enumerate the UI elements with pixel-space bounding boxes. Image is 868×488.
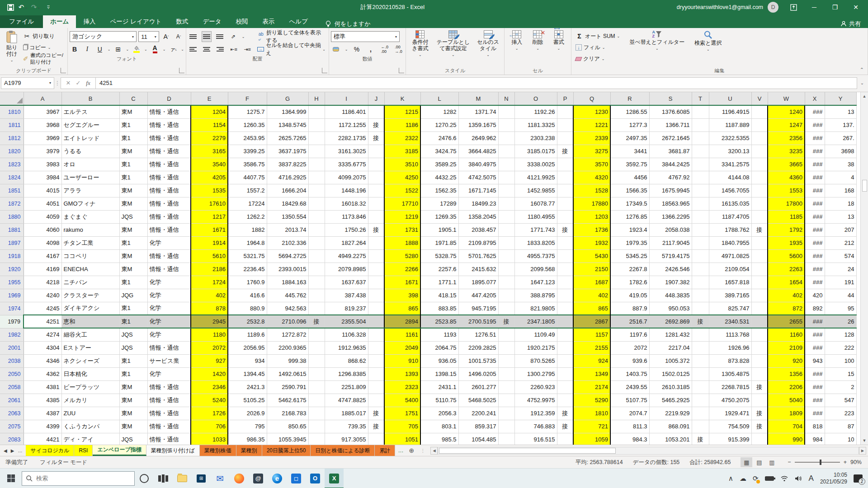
cell[interactable]: 1180: [191, 328, 228, 341]
cell[interactable]: 情報・通信: [147, 420, 191, 433]
increase-font-button[interactable]: Aˆ: [161, 31, 172, 42]
cell[interactable]: 1109.49: [514, 328, 557, 341]
cell[interactable]: ###: [805, 367, 825, 380]
cell[interactable]: 17224: [228, 197, 267, 210]
cell[interactable]: 1059: [573, 433, 610, 445]
row-header-1812[interactable]: 1812: [0, 131, 24, 145]
cell[interactable]: 3235: [768, 145, 805, 158]
cell[interactable]: [692, 380, 709, 394]
cell[interactable]: [557, 210, 573, 223]
sheet-tab-20日騰落上位50[interactable]: 20日騰落上位50: [262, 445, 311, 456]
name-box-splitter[interactable]: ⋮: [54, 80, 61, 86]
cell[interactable]: 5719.4175: [649, 249, 692, 263]
cell[interactable]: 4015: [24, 184, 61, 197]
cell[interactable]: 2013.74: [267, 223, 308, 236]
column-header-T[interactable]: T: [692, 92, 709, 105]
cell[interactable]: 1366.2295: [649, 210, 692, 223]
cell[interactable]: 1281.432: [649, 328, 692, 341]
page-layout-view-button[interactable]: ▤: [753, 457, 765, 467]
cell[interactable]: 1221: [573, 118, 610, 131]
cell[interactable]: 1394.45: [228, 367, 267, 380]
cell[interactable]: 868.091: [649, 420, 692, 433]
cell[interactable]: 情報・通信: [147, 407, 191, 420]
cell[interactable]: 212: [825, 236, 856, 249]
cell[interactable]: [498, 197, 514, 210]
row-header-1979[interactable]: 1979: [0, 315, 24, 328]
cell[interactable]: エルテス: [61, 105, 119, 118]
cell[interactable]: 917.3055: [325, 433, 368, 445]
cell[interactable]: 東1: [119, 276, 147, 289]
cell[interactable]: [498, 223, 514, 236]
cell[interactable]: 化学: [147, 276, 191, 289]
cell[interactable]: 3424.75: [420, 145, 458, 158]
taskbar-clock[interactable]: 10:05 2021/05/29: [820, 472, 847, 485]
cell[interactable]: 17610: [191, 197, 228, 210]
cell[interactable]: [498, 380, 514, 394]
cell[interactable]: 15: [825, 367, 856, 380]
cell[interactable]: 3275: [573, 145, 610, 158]
zoom-slider-thumb[interactable]: [820, 460, 821, 465]
cell[interactable]: 1371.74: [458, 105, 498, 118]
cell[interactable]: [751, 118, 768, 131]
comma-style-button[interactable]: ,: [365, 44, 376, 55]
row-header-1920[interactable]: 1920: [0, 263, 24, 276]
cell[interactable]: 東1: [119, 171, 147, 184]
outlook-button[interactable]: O: [306, 469, 325, 488]
cell[interactable]: ###: [805, 105, 825, 118]
cell[interactable]: [751, 302, 768, 315]
action-center-button[interactable]: 2: [854, 474, 863, 483]
cell[interactable]: 情報・通信: [147, 184, 191, 197]
row-header-2063[interactable]: 2063: [0, 407, 24, 420]
cell[interactable]: JQG: [119, 289, 147, 302]
cell[interactable]: [692, 249, 709, 263]
cell[interactable]: [308, 184, 325, 197]
cell[interactable]: ###: [805, 158, 825, 171]
decrease-decimal-button[interactable]: .00→.0: [393, 44, 404, 55]
cell[interactable]: 87: [825, 420, 856, 433]
cell[interactable]: [308, 302, 325, 315]
cell[interactable]: 3161.3025: [325, 145, 368, 158]
cell[interactable]: ###: [805, 171, 825, 184]
percent-style-button[interactable]: %: [352, 44, 362, 55]
cell[interactable]: 2251.809: [325, 380, 368, 394]
cell[interactable]: 795: [228, 420, 267, 433]
cell[interactable]: 2200.241: [458, 407, 498, 420]
row-header-1820[interactable]: 1820: [0, 145, 24, 158]
cell[interactable]: 168: [825, 184, 856, 197]
cell[interactable]: 4059: [24, 210, 61, 223]
cell[interactable]: [308, 145, 325, 158]
cell[interactable]: [498, 289, 514, 302]
cell[interactable]: 2649.962: [458, 131, 498, 145]
cell[interactable]: ビープラッツ: [61, 380, 119, 394]
cell[interactable]: 1005.372: [649, 354, 692, 367]
cell[interactable]: 398: [384, 289, 420, 302]
row-header-1974[interactable]: 1974: [0, 302, 24, 315]
cell[interactable]: 4205: [191, 171, 228, 184]
cell[interactable]: 2263: [768, 263, 805, 276]
cell[interactable]: 3338.0025: [514, 158, 557, 171]
cell[interactable]: 3664.4825: [458, 145, 498, 158]
cell[interactable]: 1885.017: [325, 407, 368, 420]
cell[interactable]: 1771.743: [514, 223, 557, 236]
edge-button[interactable]: e: [268, 469, 287, 488]
accounting-format-button[interactable]: [331, 44, 341, 55]
cell[interactable]: [498, 394, 514, 407]
cell[interactable]: 3979: [24, 145, 61, 158]
cell[interactable]: 3698: [825, 145, 856, 158]
cell[interactable]: 5107.75: [610, 394, 649, 407]
cell[interactable]: 17800: [768, 197, 805, 210]
cell[interactable]: 1827.264: [325, 236, 368, 249]
cell[interactable]: 1553: [768, 184, 805, 197]
cell[interactable]: [692, 263, 709, 276]
orientation-button[interactable]: ⇗: [228, 31, 238, 42]
cell[interactable]: ###: [805, 184, 825, 197]
cell[interactable]: 2322: [384, 131, 420, 145]
cell[interactable]: 950.053: [649, 302, 692, 315]
cell[interactable]: [498, 249, 514, 263]
number-format-box[interactable]: 標準▾: [331, 31, 400, 42]
cell[interactable]: 情報・通信: [147, 118, 191, 131]
zoom-slider[interactable]: [795, 462, 840, 463]
cell[interactable]: [368, 263, 384, 276]
cell[interactable]: 1055.3945: [267, 433, 308, 445]
cell[interactable]: 3840.4975: [458, 158, 498, 171]
